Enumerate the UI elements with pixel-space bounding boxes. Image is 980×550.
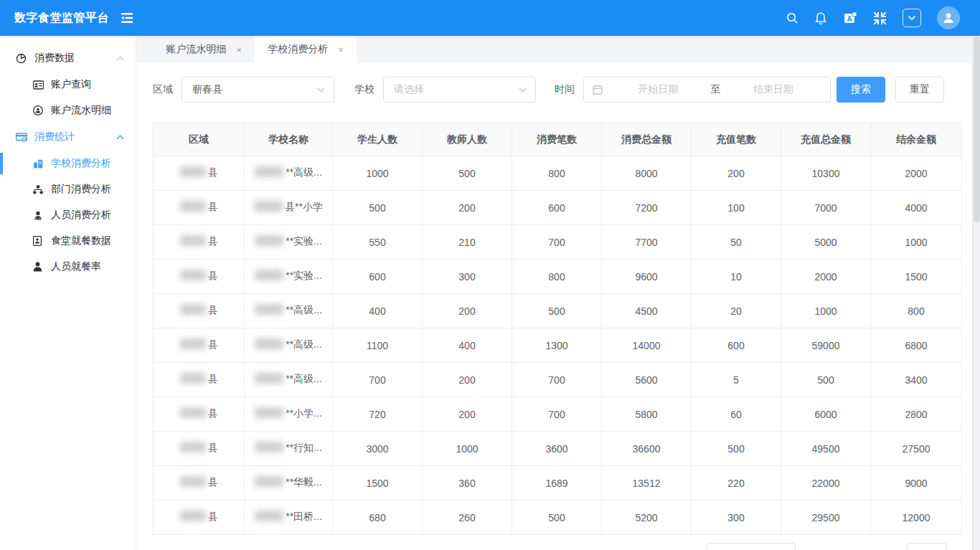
- sidebar-group-consume-data[interactable]: 消费数据: [0, 44, 136, 72]
- compress-icon[interactable]: [873, 11, 887, 25]
- table-cell: 1100: [333, 328, 423, 363]
- top-header-bar: 数字食堂监管平台 A: [0, 0, 980, 36]
- reset-button[interactable]: 重置: [895, 77, 944, 103]
- column-header: 结余金额: [871, 123, 962, 156]
- table-cell: 7700: [602, 225, 692, 260]
- sidebar-item-department-analysis[interactable]: 部门消费分析: [0, 176, 136, 202]
- table-row: 县**华毅...1500360168913512220220009000: [154, 466, 962, 501]
- table-cell: 5: [692, 363, 781, 397]
- bell-icon[interactable]: [814, 11, 827, 25]
- table-cell: **高级...: [245, 363, 333, 397]
- tab-account-flow[interactable]: 账户流水明细 ×: [153, 36, 255, 63]
- sidebar-item-account-flow[interactable]: 账户流水明细: [0, 98, 136, 123]
- filter-bar: 区域 蕲春县 学校 请选择 时间: [153, 77, 970, 103]
- close-icon[interactable]: ×: [236, 45, 242, 54]
- school-consumption-table: 区域 学校名称 学生人数 教师人数 消费笔数 消费总金额 充值笔数 充值总金额 …: [153, 123, 962, 535]
- sidebar-group-label: 消费数据: [34, 52, 75, 65]
- sidebar-item-label: 学校消费分析: [51, 157, 111, 170]
- table-cell: 29500: [781, 501, 871, 535]
- table-cell: 27500: [871, 432, 962, 466]
- table-cell: 县: [154, 328, 245, 363]
- table-cell: 7000: [781, 191, 871, 225]
- table-cell: 10: [692, 260, 781, 294]
- chevron-up-icon: [116, 135, 124, 140]
- table-cell: 5200: [602, 501, 692, 535]
- user-audit-icon: [33, 105, 44, 115]
- pager-page-size-select[interactable]: [707, 543, 796, 550]
- table-cell: 4000: [871, 191, 962, 225]
- table-cell: 县: [154, 225, 245, 260]
- column-header: 区域: [154, 123, 245, 156]
- tab-school-analysis[interactable]: 学校消费分析 ×: [255, 36, 357, 63]
- table-cell: 1000: [871, 225, 962, 260]
- table-row: 县**小学...72020070058006060002800: [154, 397, 962, 432]
- end-date-input[interactable]: 结束日期: [724, 83, 824, 96]
- search-icon[interactable]: [786, 11, 798, 24]
- table-cell: 500: [512, 294, 602, 328]
- table-cell: 59000: [781, 328, 871, 363]
- table-cell: 1300: [512, 328, 602, 363]
- region-select[interactable]: 蕲春县: [182, 77, 334, 103]
- table-cell: 500: [423, 156, 512, 191]
- sidebar-group-consume-stats[interactable]: 消费统计: [0, 123, 136, 151]
- sidebar-item-personnel-analysis[interactable]: 人员消费分析: [0, 202, 136, 228]
- redacted-blur: [255, 235, 283, 246]
- table-body: 县**高级...10005008008000200103002000县县**小学…: [154, 156, 962, 535]
- main-content: 账户流水明细 × 学校消费分析 × 区域 蕲春县 学校 请选择: [136, 36, 980, 550]
- start-date-input[interactable]: 开始日期: [608, 83, 708, 96]
- sidebar-group-label: 消费统计: [34, 131, 75, 143]
- sidebar-item-dining-rate[interactable]: 人员就餐率: [0, 254, 136, 280]
- sidebar-item-account-query[interactable]: 账户查询: [0, 72, 136, 98]
- table-cell: 60: [692, 397, 781, 432]
- table-cell: 400: [333, 294, 423, 328]
- table-row: 县**高级...4002005004500201000800: [154, 294, 962, 328]
- table-cell: 5800: [602, 397, 692, 432]
- tab-label: 账户流水明细: [166, 43, 226, 56]
- table-cell: 36600: [602, 432, 692, 466]
- billing-card-icon: [16, 133, 27, 142]
- sidebar-item-canteen-data[interactable]: 食堂就餐数据: [0, 228, 136, 254]
- table-cell: 200: [692, 156, 781, 191]
- redacted-blur: [254, 201, 283, 212]
- column-header: 消费笔数: [512, 123, 602, 156]
- page-scrollbar[interactable]: [972, 36, 980, 550]
- close-icon[interactable]: ×: [338, 45, 344, 54]
- table-cell: 3000: [333, 432, 423, 466]
- menu-fold-icon[interactable]: [121, 12, 133, 24]
- table-cell: 22000: [781, 466, 871, 501]
- range-separator: 至: [708, 83, 724, 96]
- table-cell: 800: [512, 156, 602, 191]
- table-row: 县**高级...1100400130014000600590006800: [154, 328, 962, 363]
- redacted-blur: [255, 373, 283, 384]
- table-cell: 县: [154, 260, 245, 294]
- table-cell: 800: [871, 294, 962, 328]
- redacted-blur: [180, 373, 206, 384]
- pager-button[interactable]: [907, 543, 947, 550]
- chevron-down-icon[interactable]: [903, 9, 921, 27]
- column-header: 充值笔数: [692, 123, 781, 156]
- table-cell: **高级...: [245, 294, 333, 328]
- table-cell: 3600: [512, 432, 602, 466]
- table-cell: 300: [692, 501, 781, 535]
- translate-icon[interactable]: A: [843, 11, 857, 25]
- table-cell: 700: [333, 363, 423, 397]
- scrollbar-thumb[interactable]: [974, 36, 980, 222]
- table-cell: **高级...: [245, 328, 333, 363]
- table-cell: 20: [692, 294, 781, 328]
- chevron-down-icon: [317, 87, 325, 93]
- date-range-picker[interactable]: 开始日期 至 结束日期: [583, 77, 831, 103]
- school-analysis-pane: 区域 蕲春县 学校 请选择 时间: [136, 63, 980, 535]
- search-button[interactable]: 搜索: [837, 77, 885, 103]
- time-label: 时间: [555, 83, 575, 96]
- school-select[interactable]: 请选择: [383, 77, 536, 103]
- table-cell: 400: [423, 328, 512, 363]
- redacted-blur: [180, 304, 206, 315]
- sidebar-item-label: 部门消费分析: [51, 183, 111, 196]
- redacted-blur: [180, 407, 206, 418]
- table-row: 县**行知...300010003600366005004950027500: [154, 432, 962, 466]
- table-cell: 210: [423, 225, 512, 260]
- sidebar-item-label: 账户流水明细: [51, 104, 111, 117]
- table-cell: 260: [423, 501, 512, 535]
- user-avatar-icon[interactable]: [937, 6, 960, 29]
- sidebar-item-school-analysis[interactable]: 学校消费分析: [0, 151, 136, 176]
